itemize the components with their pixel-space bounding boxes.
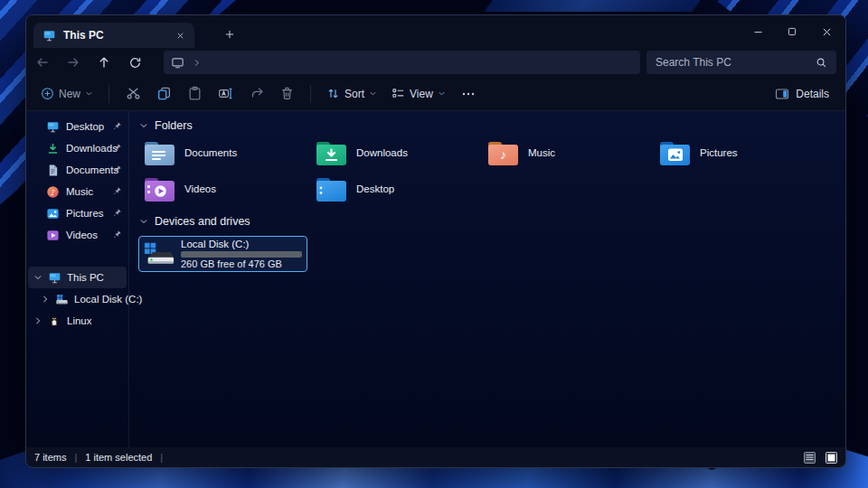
refresh-icon[interactable] [122, 51, 147, 74]
folders-section-header[interactable]: Folders [137, 117, 845, 135]
sidebar-item-label: Music [66, 186, 93, 197]
sidebar-item-label: This PC [67, 272, 104, 283]
wallpaper-streak [484, 0, 700, 12]
folder-tile-downloads[interactable]: Downloads [308, 135, 480, 171]
delete-icon[interactable] [271, 80, 302, 108]
navigation-pane: Desktop Downloads Documents [26, 111, 128, 447]
folder-label: Pictures [700, 147, 738, 158]
chevron-down-icon [85, 89, 93, 98]
paste-icon[interactable] [179, 80, 210, 108]
this-pc-icon [48, 271, 61, 285]
maximize-button[interactable] [775, 15, 809, 48]
file-explorer-window: This PC [25, 14, 846, 468]
downloads-icon [46, 142, 60, 155]
sidebar-item-this-pc[interactable]: This PC [28, 267, 127, 288]
address-chevron-right-icon[interactable] [192, 58, 202, 68]
sidebar-item-label: Desktop [66, 121, 104, 132]
drive-icon [55, 293, 69, 306]
drive-usage-bar [181, 251, 302, 258]
drive-free-space: 260 GB free of 476 GB [181, 259, 300, 269]
search-placeholder: Search This PC [656, 56, 808, 69]
linux-penguin-icon [48, 314, 61, 328]
hard-drive-icon [144, 240, 175, 267]
sidebar-item-label: Linux [67, 315, 92, 326]
desktop-wallpaper: This PC [0, 0, 868, 488]
svg-text:♪: ♪ [51, 187, 56, 196]
chevron-down-icon[interactable] [33, 273, 42, 282]
pin-icon [112, 186, 122, 196]
explorer-tab[interactable]: This PC [33, 23, 194, 48]
new-button[interactable]: New [33, 80, 100, 108]
search-icon[interactable] [816, 57, 827, 69]
folder-label: Desktop [356, 183, 394, 194]
chevron-down-icon[interactable] [139, 121, 148, 130]
sidebar-item-documents[interactable]: Documents [26, 159, 128, 181]
videos-icon [46, 229, 60, 242]
address-this-pc-icon[interactable] [171, 56, 184, 70]
selection-count: 1 item selected [85, 452, 152, 463]
sidebar-item-videos[interactable]: Videos [26, 224, 128, 246]
chevron-right-icon[interactable] [41, 295, 50, 304]
view-button[interactable]: View [384, 80, 453, 108]
pictures-folder-icon [660, 141, 690, 165]
toolbar-separator [310, 85, 311, 103]
pin-icon [112, 121, 122, 131]
chevron-down-icon[interactable] [139, 217, 148, 226]
desktop-icon [46, 120, 60, 134]
up-icon[interactable] [91, 51, 117, 74]
rename-icon[interactable] [210, 80, 241, 108]
folder-tile-desktop[interactable]: Desktop [308, 171, 480, 207]
title-bar[interactable]: This PC [26, 15, 845, 48]
details-button[interactable]: Details [768, 80, 836, 108]
sidebar-item-music[interactable]: ♪ Music [26, 181, 128, 202]
share-icon[interactable] [241, 80, 271, 108]
music-folder-icon: ♪ [488, 141, 518, 165]
details-button-label: Details [796, 88, 829, 100]
sidebar-item-desktop[interactable]: Desktop [26, 116, 128, 137]
pin-icon [112, 143, 122, 153]
tab-close-icon[interactable] [171, 26, 189, 44]
folder-tile-music[interactable]: ♪ Music [480, 135, 652, 171]
search-box[interactable]: Search This PC [646, 51, 836, 74]
devices-section-header[interactable]: Devices and drives [137, 212, 845, 230]
folder-label: Downloads [356, 147, 408, 158]
sidebar-item-local-disk[interactable]: Local Disk (C:) [28, 288, 127, 310]
thumbnail-view-toggle-icon[interactable] [825, 451, 838, 465]
close-button[interactable] [809, 15, 844, 48]
plus-circle-icon [41, 87, 54, 100]
folder-label: Music [528, 147, 555, 158]
this-pc-icon [42, 29, 56, 42]
folder-label: Videos [184, 183, 216, 194]
folder-tile-documents[interactable]: Documents [137, 135, 308, 171]
more-options-icon[interactable] [453, 80, 484, 108]
forward-icon[interactable] [61, 51, 86, 74]
new-tab-button[interactable] [220, 24, 240, 44]
chevron-right-icon[interactable] [33, 316, 42, 325]
back-icon[interactable] [30, 51, 55, 74]
item-count: 7 items [34, 452, 66, 463]
details-pane-icon [775, 87, 789, 101]
view-list-icon [392, 87, 405, 100]
sort-button[interactable]: Sort [319, 80, 384, 108]
chevron-down-icon [438, 89, 446, 98]
sidebar-item-linux[interactable]: Linux [28, 310, 127, 332]
minimize-button[interactable] [741, 15, 775, 48]
status-divider: | [160, 452, 163, 463]
desktop-folder-icon [316, 177, 346, 202]
drive-name: Local Disk (C:) [181, 239, 300, 249]
folder-tile-videos[interactable]: Videos [137, 171, 308, 207]
local-disk-tile[interactable]: Local Disk (C:) 260 GB free of 476 GB [138, 236, 307, 272]
address-bar[interactable] [164, 51, 640, 74]
chevron-down-icon [369, 89, 377, 98]
folder-tile-pictures[interactable]: Pictures [652, 135, 824, 171]
view-button-label: View [410, 88, 433, 100]
toolbar-separator [108, 85, 109, 103]
copy-icon[interactable] [148, 80, 179, 108]
downloads-folder-icon [316, 141, 346, 165]
sidebar-item-label: Documents [66, 164, 118, 175]
section-title: Folders [155, 119, 193, 132]
cut-icon[interactable] [118, 80, 148, 108]
details-view-toggle-icon[interactable] [803, 451, 816, 465]
sidebar-item-pictures[interactable]: Pictures [26, 202, 128, 224]
sidebar-item-downloads[interactable]: Downloads [26, 137, 128, 159]
